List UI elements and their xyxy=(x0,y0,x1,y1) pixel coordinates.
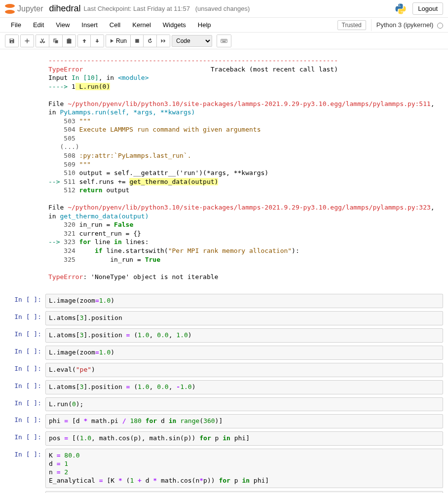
code-input[interactable]: pos = [(1.0, math.cos(p), math.sin(p)) f… xyxy=(45,431,443,446)
traceback-output[interactable]: ----------------------------------------… xyxy=(45,54,443,283)
code-cell[interactable]: In [ ]: K = 80.0 d = 1 n = 2 E_analytica… xyxy=(0,448,448,489)
code-input[interactable]: L.atoms[3].position = (1.0, 0.0, -1.0) xyxy=(45,380,443,394)
copy-icon xyxy=(53,38,59,44)
svg-rect-1 xyxy=(221,39,227,42)
input-prompt: In [ ]: xyxy=(5,380,45,394)
stop-icon xyxy=(135,38,140,43)
svg-rect-0 xyxy=(135,39,139,43)
stop-button[interactable] xyxy=(131,35,144,47)
input-prompt: In [ ]: xyxy=(5,431,45,446)
notebook-container: ----------------------------------------… xyxy=(0,49,448,493)
menu-cell[interactable]: Cell xyxy=(104,18,126,32)
input-prompt: In [ ]: xyxy=(5,294,45,308)
code-cell[interactable]: In [ ]: L.atoms[3].position = (1.0, 0.0,… xyxy=(0,379,448,395)
code-input[interactable]: L.image(zoom=1.0) xyxy=(45,294,443,308)
input-prompt: In [ ]: xyxy=(5,397,45,412)
python-icon xyxy=(395,3,407,15)
menubar: File Edit View Insert Cell Kernel Widget… xyxy=(0,18,448,33)
code-cell[interactable]: In [ ]: L.image(zoom=1.0) xyxy=(0,293,448,309)
output-prompt xyxy=(5,54,45,283)
move-up-button[interactable] xyxy=(78,35,91,47)
input-prompt: In [ ]: xyxy=(5,346,45,360)
code-cell[interactable]: In [ ]: L.eval("pe") xyxy=(0,362,448,378)
jupyter-icon xyxy=(5,4,15,14)
svg-rect-2 xyxy=(222,39,222,40)
jupyter-logo[interactable]: Jupyter xyxy=(5,4,43,14)
code-input[interactable]: K = 80.0 d = 1 n = 2 E_analytical = [K *… xyxy=(45,449,443,488)
code-cell[interactable]: In [ ]: L.atoms[3].position = (1.0, 0.0,… xyxy=(0,327,448,344)
svg-rect-3 xyxy=(223,39,223,40)
svg-rect-5 xyxy=(224,39,225,40)
cell-type-select[interactable]: Code xyxy=(172,35,212,47)
plus-icon xyxy=(24,38,30,44)
code-input[interactable]: L.eval("pe") xyxy=(45,363,443,377)
restart-button[interactable] xyxy=(144,35,157,47)
trusted-indicator[interactable]: Trusted xyxy=(337,20,366,30)
code-input[interactable]: L.atoms[3].position xyxy=(45,311,443,325)
paste-button[interactable] xyxy=(63,35,75,47)
svg-rect-7 xyxy=(223,41,226,41)
arrow-down-icon xyxy=(95,38,100,44)
code-input[interactable]: L.image(zoom=1.0) xyxy=(45,346,443,360)
add-cell-button[interactable] xyxy=(21,35,34,47)
command-palette-button[interactable] xyxy=(217,35,231,47)
code-cell[interactable]: In [ ]: pos = [(1.0, math.cos(p), math.s… xyxy=(0,430,448,447)
menu-insert[interactable]: Insert xyxy=(75,18,104,32)
input-prompt: In [ ]: xyxy=(5,491,45,493)
code-input[interactable]: L.run(0); xyxy=(45,397,443,412)
code-input[interactable]: pe = [] for p in pos: L.atoms[3].positio… xyxy=(45,491,443,493)
notebook-header: Jupyter dihedral Last Checkpoint: Last F… xyxy=(0,0,448,18)
svg-rect-4 xyxy=(224,39,224,40)
copy-button[interactable] xyxy=(49,35,63,47)
restart-icon xyxy=(147,38,153,44)
notebook-name[interactable]: dihedral xyxy=(49,3,80,14)
code-input[interactable]: phi = [d * math.pi / 180 for d in range(… xyxy=(45,414,443,428)
output-cell-traceback: ----------------------------------------… xyxy=(0,53,448,284)
input-prompt: In [ ]: xyxy=(5,311,45,325)
code-input[interactable]: L.atoms[3].position = (1.0, 0.0, 1.0) xyxy=(45,328,443,343)
menu-view[interactable]: View xyxy=(50,18,75,32)
code-cell[interactable]: In [ ]: L.run(0); xyxy=(0,396,448,413)
arrow-up-icon xyxy=(82,38,87,44)
keyboard-icon xyxy=(221,38,227,43)
toolbar: Run Code xyxy=(0,33,448,49)
header-right: Logout xyxy=(395,2,443,15)
svg-rect-6 xyxy=(226,39,226,40)
cut-icon xyxy=(39,38,45,44)
play-icon xyxy=(110,38,114,43)
run-button[interactable]: Run xyxy=(106,35,131,47)
code-cell[interactable]: In [ ]: phi = [d * math.pi / 180 for d i… xyxy=(0,413,448,429)
code-cell[interactable]: In [ ]: L.atoms[3].position xyxy=(0,310,448,326)
kernel-status-icon xyxy=(437,23,443,29)
paste-icon xyxy=(66,38,72,44)
menu-kernel[interactable]: Kernel xyxy=(126,18,157,32)
code-cell[interactable]: In [ ]: pe = [] for p in pos: L.atoms[3]… xyxy=(0,490,448,493)
move-down-button[interactable] xyxy=(91,35,104,47)
cut-button[interactable] xyxy=(36,35,49,47)
input-prompt: In [ ]: xyxy=(5,414,45,428)
code-cell[interactable]: In [ ]: L.image(zoom=1.0) xyxy=(0,345,448,361)
input-prompt: In [ ]: xyxy=(5,449,45,488)
menu-widgets[interactable]: Widgets xyxy=(157,18,192,32)
checkpoint-status: Last Checkpoint: Last Friday at 11:57 (u… xyxy=(84,5,250,12)
input-prompt: In [ ]: xyxy=(5,363,45,377)
input-prompt: In [ ]: xyxy=(5,328,45,343)
menu-file[interactable]: File xyxy=(5,18,27,32)
save-icon xyxy=(9,38,15,44)
menu-help[interactable]: Help xyxy=(192,18,217,32)
kernel-name[interactable]: Python 3 (ipykernel) xyxy=(376,21,443,29)
fast-forward-icon xyxy=(160,38,166,43)
save-button[interactable] xyxy=(5,35,18,47)
menu-edit[interactable]: Edit xyxy=(27,18,50,32)
jupyter-logo-text: Jupyter xyxy=(17,4,43,13)
logout-button[interactable]: Logout xyxy=(412,2,443,15)
restart-run-all-button[interactable] xyxy=(157,35,170,47)
